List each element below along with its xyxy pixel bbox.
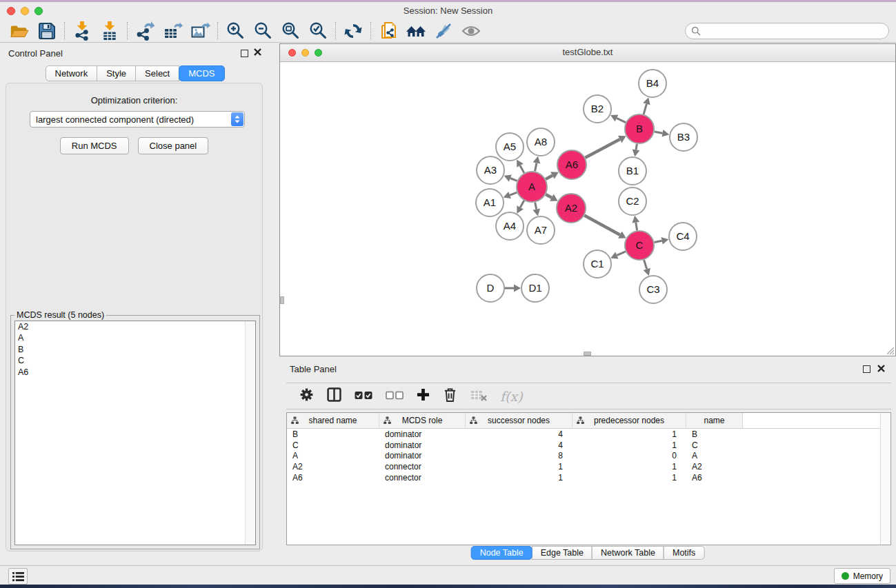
node-B1[interactable]: B1 bbox=[619, 157, 646, 185]
search-field[interactable] bbox=[685, 23, 889, 39]
tab-select[interactable]: Select bbox=[135, 65, 179, 81]
delete-table-icon[interactable] bbox=[470, 388, 487, 405]
edge-A-A6[interactable] bbox=[546, 172, 559, 179]
column-header-name[interactable]: name bbox=[686, 413, 743, 428]
node-C[interactable]: C bbox=[625, 231, 654, 260]
edge-C-C4[interactable] bbox=[655, 237, 669, 245]
import-network-icon[interactable] bbox=[68, 21, 96, 41]
node-A1[interactable]: A1 bbox=[476, 189, 504, 216]
column-header-successor-nodes[interactable]: successor nodes bbox=[466, 413, 573, 428]
open-session-icon[interactable] bbox=[6, 21, 33, 41]
network-window-titlebar[interactable]: testGlobe.txt bbox=[280, 44, 895, 62]
tab-motifs[interactable]: Motifs bbox=[664, 546, 704, 560]
zoom-out-icon[interactable] bbox=[249, 21, 277, 41]
node-A3[interactable]: A3 bbox=[477, 156, 504, 184]
table-row[interactable]: A2connector11A2 bbox=[287, 461, 890, 472]
mcds-result-item[interactable]: A6 bbox=[15, 367, 255, 378]
edge-C-C3[interactable] bbox=[644, 260, 650, 276]
edge-A-A3[interactable] bbox=[504, 174, 517, 181]
edge-A6-B[interactable] bbox=[585, 136, 626, 158]
mcds-result-item[interactable]: B bbox=[15, 344, 255, 355]
split-view-icon[interactable] bbox=[327, 387, 341, 405]
tab-edge-table[interactable]: Edge Table bbox=[532, 546, 593, 560]
table-row[interactable]: Bdominator41B bbox=[287, 429, 890, 440]
add-column-icon[interactable] bbox=[417, 388, 430, 404]
edge-A-A7[interactable] bbox=[532, 203, 540, 216]
edge-C-C1[interactable] bbox=[610, 252, 626, 258]
resize-grip[interactable] bbox=[885, 345, 895, 355]
mcds-result-list[interactable]: A2ABCA6 bbox=[14, 321, 256, 545]
export-network-icon[interactable] bbox=[131, 21, 159, 41]
close-panel-icon[interactable] bbox=[877, 365, 885, 372]
table-row[interactable]: A6connector11A6 bbox=[287, 472, 890, 483]
node-C1[interactable]: C1 bbox=[584, 250, 611, 278]
node-B2[interactable]: B2 bbox=[584, 95, 611, 123]
table-settings-icon[interactable] bbox=[299, 387, 314, 405]
mcds-result-item[interactable]: A bbox=[15, 332, 255, 343]
table-row[interactable]: Cdominator41C bbox=[287, 440, 890, 451]
export-table-icon[interactable] bbox=[159, 21, 186, 41]
edge-B-B2[interactable] bbox=[610, 114, 626, 122]
main-titlebar[interactable]: Session: New Session bbox=[0, 2, 896, 19]
run-mcds-button[interactable]: Run MCDS bbox=[60, 137, 129, 154]
edge-A-A4[interactable] bbox=[517, 201, 524, 214]
import-table-icon[interactable] bbox=[96, 21, 123, 41]
close-panel-icon[interactable] bbox=[254, 48, 261, 56]
node-A5[interactable]: A5 bbox=[496, 133, 524, 161]
edge-A-A2[interactable] bbox=[546, 194, 557, 201]
edge-D-D1[interactable] bbox=[505, 285, 521, 292]
node-A4[interactable]: A4 bbox=[496, 212, 524, 240]
zoom-selected-icon[interactable] bbox=[304, 21, 332, 41]
edge-B-B1[interactable] bbox=[633, 144, 640, 157]
node-D[interactable]: D bbox=[477, 274, 504, 302]
unselect-all-icon[interactable] bbox=[386, 390, 404, 403]
tab-network-table[interactable]: Network Table bbox=[592, 546, 664, 560]
scrollbar-track[interactable] bbox=[880, 413, 890, 545]
node-table[interactable]: shared nameMCDS rolesuccessor nodesprede… bbox=[286, 412, 891, 545]
node-B4[interactable]: B4 bbox=[639, 70, 666, 97]
home-icon[interactable] bbox=[402, 21, 430, 41]
node-C4[interactable]: C4 bbox=[669, 223, 697, 250]
network-overview-icon[interactable] bbox=[375, 21, 402, 41]
edge-B-B3[interactable] bbox=[655, 130, 670, 137]
delete-column-icon[interactable] bbox=[443, 387, 457, 405]
memory-button[interactable]: Memory bbox=[834, 568, 890, 584]
column-header-mcds-role[interactable]: MCDS role bbox=[379, 413, 466, 428]
edge-C-C2[interactable] bbox=[632, 216, 639, 231]
tab-node-table[interactable]: Node Table bbox=[471, 546, 532, 560]
scrollbar-track[interactable] bbox=[245, 321, 255, 545]
criterion-select[interactable]: largest connected component (directed) bbox=[30, 111, 245, 128]
node-A7[interactable]: A7 bbox=[527, 216, 555, 244]
tab-network[interactable]: Network bbox=[45, 65, 97, 81]
edge-A2-C[interactable] bbox=[584, 216, 626, 239]
network-graph[interactable]: AA1A2A3A4A5A6A7A8BB1B2B3B4CC1C2C3C4DD1 bbox=[280, 62, 895, 356]
edge-B-B4[interactable] bbox=[643, 97, 650, 114]
node-B3[interactable]: B3 bbox=[670, 123, 697, 151]
refresh-icon[interactable] bbox=[339, 21, 367, 41]
column-header-predecessor-nodes[interactable]: predecessor nodes bbox=[573, 413, 686, 428]
tab-style[interactable]: Style bbox=[97, 65, 136, 81]
search-input[interactable] bbox=[704, 26, 879, 37]
hide-style-icon[interactable] bbox=[430, 21, 457, 41]
edge-A-A1[interactable] bbox=[504, 192, 517, 199]
zoom-fit-icon[interactable] bbox=[277, 21, 304, 41]
function-builder-icon[interactable]: f(x) bbox=[500, 389, 523, 404]
tab-mcds[interactable]: MCDS bbox=[179, 65, 224, 81]
task-history-button[interactable] bbox=[8, 568, 28, 585]
column-header-shared-name[interactable]: shared name bbox=[287, 413, 379, 428]
export-image-icon[interactable] bbox=[186, 21, 214, 41]
node-C3[interactable]: C3 bbox=[639, 276, 667, 303]
node-B[interactable]: B bbox=[625, 114, 654, 143]
node-A8[interactable]: A8 bbox=[527, 128, 555, 156]
node-C2[interactable]: C2 bbox=[619, 187, 646, 215]
float-panel-icon[interactable] bbox=[863, 365, 870, 373]
horizontal-scroll-thumb[interactable] bbox=[584, 352, 591, 356]
float-panel-icon[interactable] bbox=[241, 50, 248, 57]
node-A2[interactable]: A2 bbox=[557, 194, 586, 223]
edge-A-A8[interactable] bbox=[533, 156, 541, 172]
edge-A-A5[interactable] bbox=[517, 159, 524, 172]
zoom-in-icon[interactable] bbox=[221, 21, 249, 41]
node-A[interactable]: A bbox=[517, 172, 547, 202]
node-A6[interactable]: A6 bbox=[557, 150, 586, 179]
mcds-result-item[interactable]: A2 bbox=[15, 321, 255, 332]
